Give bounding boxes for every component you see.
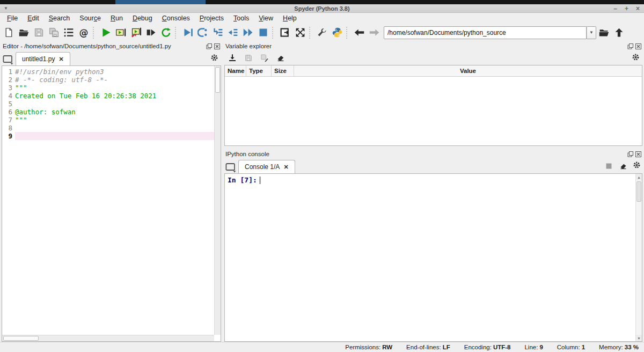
column-name[interactable]: Name▼ [225,65,246,76]
back-icon[interactable] [352,26,366,40]
find-symbol-icon[interactable]: @ [77,26,91,40]
code-line-9[interactable]: 9 [2,132,214,140]
variable-explorer-title: Variable explorer [225,43,272,49]
step-out-icon[interactable] [226,26,240,40]
console-tab[interactable]: Console 1/A ✕ [238,160,295,173]
stop-icon[interactable] [256,26,270,40]
close-pane-icon[interactable] [214,43,220,49]
editor-vertical-scrollbar[interactable] [214,66,221,335]
rerun-icon[interactable] [159,26,173,40]
browse-tabs-icon[interactable] [225,161,238,173]
file-switcher-icon[interactable] [62,26,76,40]
close-pane-icon[interactable] [635,43,641,49]
code-line-2[interactable]: 2# -*- coding: utf-8 -*- [2,76,214,84]
close-button[interactable]: × [636,5,640,12]
forward-icon[interactable] [367,26,381,40]
close-pane-icon[interactable] [635,151,641,157]
parent-dir-icon[interactable] [612,26,626,40]
code-lines: 1#!/usr/bin/env python32# -*- coding: ut… [2,66,214,335]
undock-pane-icon[interactable] [627,43,633,49]
console-tabbar: Console 1/A ✕ [224,159,643,173]
menu-projects[interactable]: Projects [195,13,229,23]
menu-run[interactable]: Run [106,13,128,23]
menu-view[interactable]: View [254,13,278,23]
remove-all-icon[interactable] [618,162,628,171]
menu-file[interactable]: File [2,13,23,23]
editor-options-gear-icon[interactable] [210,54,218,64]
editor-tab[interactable]: untitled1.py ✕ [16,52,70,65]
undock-pane-icon[interactable] [206,43,212,49]
interrupt-kernel-icon[interactable] [604,162,613,171]
status-line: Line:9 [524,344,543,350]
menu-source[interactable]: Source [75,13,106,23]
console-tab-label: Console 1/A [245,163,280,171]
console-body[interactable]: In [7]: ▲ ▼ [224,173,642,342]
code-line-6[interactable]: 6@author: sofwan [2,108,214,116]
chevron-down-icon[interactable]: ▼ [587,26,596,39]
console-pane-header: IPython console [224,149,643,159]
code-line-1[interactable]: 1#!/usr/bin/env python3 [2,68,214,76]
scroll-up-icon[interactable]: ▲ [636,174,642,180]
undock-pane-icon[interactable] [627,151,633,157]
minimize-button[interactable]: – [613,5,617,12]
statusbar-items: Permissions:RWEnd-of-lines:LFEncoding:UT… [331,344,639,350]
save-data-as-icon[interactable] [259,53,270,63]
new-file-icon[interactable] [2,26,16,40]
status-encoding: Encoding:UTF-8 [464,344,511,350]
close-tab-icon[interactable]: ✕ [283,164,288,171]
fullscreen-icon[interactable] [293,26,307,40]
close-tab-icon[interactable]: ✕ [58,56,63,63]
scrollbar-thumb[interactable] [636,181,641,202]
browse-tabs-icon[interactable] [2,53,15,65]
save-all-icon[interactable] [47,26,61,40]
variable-explorer-gear-icon[interactable] [632,53,640,63]
code-line-5[interactable]: 5 [2,100,214,108]
column-size[interactable]: Size [272,65,294,76]
menu-search[interactable]: Search [44,13,75,23]
open-dir-icon[interactable] [597,26,611,40]
run-cell-advance-icon[interactable] [129,26,143,40]
console-vertical-scrollbar[interactable]: ▲ ▼ [635,174,642,341]
maximize-button[interactable]: + [625,5,628,12]
run-cell-icon[interactable] [114,26,128,40]
maximize-pane-icon[interactable] [278,26,292,40]
scroll-down-icon[interactable]: ▼ [636,335,642,341]
step-over-icon[interactable] [196,26,210,40]
import-data-icon[interactable] [227,53,238,63]
save-icon[interactable] [32,26,46,40]
step-into-icon[interactable] [211,26,225,40]
variable-table[interactable]: Name▼ Type Size Value [224,65,642,146]
menu-consoles[interactable]: Consoles [157,13,195,23]
variable-table-header: Name▼ Type Size Value [225,65,642,77]
titlebar: ▼ Spyder (Python 3.8) – + × [0,4,644,13]
menu-debug[interactable]: Debug [128,13,157,23]
editor-pane-header: Editor - /home/sofwan/Documents/python_s… [1,41,222,51]
save-data-icon[interactable] [243,53,254,63]
toolbar-separator [272,27,276,39]
column-type[interactable]: Type [246,65,272,76]
code-line-8[interactable]: 8 [2,124,214,132]
column-value[interactable]: Value [294,65,642,76]
editor-horizontal-scrollbar[interactable] [2,335,214,341]
preferences-wrench-icon[interactable] [315,26,329,40]
window-title: Spyder (Python 3.8) [0,5,644,12]
menu-edit[interactable]: Edit [23,13,44,23]
continue-icon[interactable] [241,26,255,40]
code-line-4[interactable]: 4Created on Tue Feb 16 20:26:38 2021 [2,92,214,100]
menu-help[interactable]: Help [278,13,302,23]
working-directory-input[interactable] [384,26,587,39]
code-line-3[interactable]: 3""" [2,84,214,92]
status-permissions: Permissions:RW [345,344,392,350]
statusbar: Permissions:RWEnd-of-lines:LFEncoding:UT… [0,342,644,352]
run-icon[interactable] [99,26,113,40]
menu-tools[interactable]: Tools [229,13,254,23]
variable-explorer-header: Variable explorer [224,41,643,51]
console-options-gear-icon[interactable] [633,161,641,171]
remove-all-icon[interactable] [275,53,286,63]
python-env-icon[interactable] [330,26,344,40]
run-selection-icon[interactable] [144,26,158,40]
code-line-7[interactable]: 7""" [2,116,214,124]
open-file-icon[interactable] [17,26,31,40]
editor-body[interactable]: 1#!/usr/bin/env python32# -*- coding: ut… [2,65,221,342]
debug-file-icon[interactable] [181,26,195,40]
